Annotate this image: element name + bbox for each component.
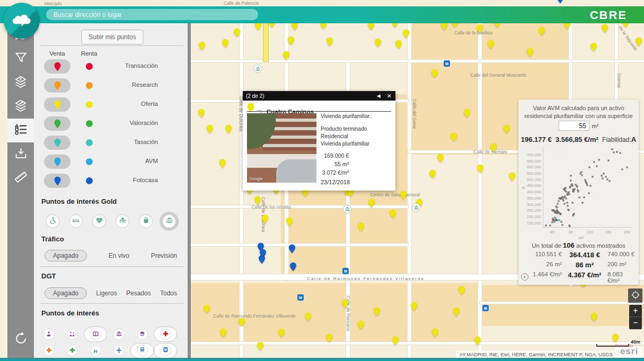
map-pin-oferta[interactable] <box>342 299 349 311</box>
gold-poi-accessibility[interactable] <box>46 214 59 228</box>
tool-measure[interactable] <box>7 166 34 190</box>
map-pin-oferta[interactable] <box>305 312 312 324</box>
popup-prev-icon[interactable]: ◀ <box>377 93 381 98</box>
map-pin-oferta[interactable] <box>375 38 382 50</box>
map-pin-oferta[interactable] <box>488 40 495 51</box>
dgt-option-ligeros[interactable]: Ligeros <box>96 290 117 297</box>
poi-museum[interactable] <box>113 329 125 340</box>
venta-toggle-transacción[interactable] <box>44 59 70 74</box>
poi-hospital[interactable]: H <box>90 345 101 356</box>
map-pin-oferta[interactable] <box>288 36 295 48</box>
popup-close-icon[interactable]: ✕ <box>387 93 392 100</box>
venta-toggle-oferta[interactable] <box>44 97 70 112</box>
map-pin-oferta[interactable] <box>234 28 241 40</box>
poi-train-selected[interactable] <box>130 343 154 358</box>
gold-bank-poi-icon[interactable] <box>343 205 351 213</box>
dgt-option-todos[interactable]: Todos <box>160 290 177 297</box>
map-pin-oferta[interactable] <box>327 37 333 49</box>
map-pin-oferta[interactable] <box>254 196 261 207</box>
map-pin-fotocasa[interactable] <box>259 255 266 266</box>
map-pin-oferta[interactable] <box>509 172 516 184</box>
map-pin-oferta[interactable] <box>527 48 534 59</box>
map-pin-oferta[interactable] <box>477 164 484 176</box>
gold-bank-poi-icon[interactable] <box>412 203 420 212</box>
venta-toggle-avm[interactable] <box>44 155 70 169</box>
surface-input[interactable] <box>559 121 589 131</box>
map-pin-oferta[interactable] <box>458 286 465 297</box>
refresh-button[interactable] <box>7 328 34 351</box>
metro-station-icon[interactable]: M <box>444 60 450 67</box>
map-pin-oferta[interactable] <box>453 307 460 319</box>
map-pin-oferta[interactable] <box>239 318 245 329</box>
map-pin-oferta[interactable] <box>437 154 444 165</box>
map-pin-oferta[interactable] <box>400 191 407 202</box>
map-pin-oferta[interactable] <box>207 124 214 136</box>
map-pin-oferta[interactable] <box>612 333 619 345</box>
map-pin-oferta[interactable] <box>504 124 510 136</box>
map-pin-oferta[interactable] <box>262 214 269 226</box>
tool-layers-valuation[interactable]: € <box>7 71 34 95</box>
renta-dot-fotocasa[interactable] <box>86 177 93 184</box>
poi-train[interactable] <box>137 345 148 356</box>
venta-toggle-tasación[interactable] <box>44 136 70 150</box>
zoom-out-button[interactable]: − <box>629 317 642 329</box>
map-pin-oferta[interactable] <box>358 222 365 234</box>
map-pin-oferta[interactable] <box>199 41 206 53</box>
gold-poi-office[interactable] <box>116 214 129 228</box>
info-icon[interactable] <box>521 273 528 281</box>
map-pin-oferta[interactable] <box>432 328 439 340</box>
map-pin-oferta[interactable] <box>539 26 545 38</box>
trafico-option-previsión[interactable]: Previsión <box>151 252 177 259</box>
poi-emergency-selected[interactable] <box>154 327 177 342</box>
map-pin-oferta[interactable] <box>390 209 396 221</box>
map-pin-oferta[interactable] <box>474 336 481 348</box>
map-pin-fotocasa[interactable] <box>290 262 297 274</box>
upload-points-button[interactable]: Subir mis puntos <box>81 30 143 44</box>
poi-library-selected[interactable] <box>84 327 107 342</box>
gold-bank-poi-icon[interactable] <box>253 65 262 73</box>
map-pin-oferta[interactable] <box>431 69 438 80</box>
metro-station-icon[interactable]: M <box>297 294 304 301</box>
poi-pharmacy[interactable] <box>67 345 78 356</box>
map-pin-oferta[interactable] <box>411 302 418 313</box>
dgt-option-apagado[interactable]: Apagado <box>45 287 87 299</box>
poi-airport[interactable] <box>113 345 125 356</box>
dgt-option-pesados[interactable]: Pesados <box>126 290 151 297</box>
poi-person[interactable] <box>43 329 55 340</box>
map-pin-oferta[interactable] <box>464 109 471 120</box>
map-pin-oferta[interactable] <box>477 24 483 35</box>
map-pin-oferta[interactable] <box>286 217 293 229</box>
map-pin-fotocasa[interactable] <box>557 0 564 6</box>
renta-dot-transacción[interactable] <box>86 63 93 70</box>
tool-filter[interactable] <box>7 47 34 71</box>
trafico-option-apagado[interactable]: Apagado <box>45 250 87 261</box>
map-pin-oferta[interactable] <box>219 159 226 170</box>
map-pin-oferta[interactable] <box>222 39 229 50</box>
poi-clinic[interactable] <box>43 345 55 356</box>
map-pin-oferta[interactable] <box>225 124 232 136</box>
map-pin-oferta[interactable] <box>374 307 381 319</box>
map-pin-oferta[interactable] <box>602 24 608 35</box>
gold-poi-bank[interactable] <box>162 214 176 228</box>
map-pin-oferta[interactable] <box>429 169 436 181</box>
search-input[interactable] <box>46 9 258 20</box>
venta-toggle-valoración[interactable] <box>44 116 70 131</box>
map-pin-oferta[interactable] <box>257 341 264 353</box>
venta-toggle-research[interactable] <box>44 78 70 93</box>
poi-library[interactable] <box>90 329 101 340</box>
renta-dot-oferta[interactable] <box>86 101 93 108</box>
map-pin-oferta[interactable] <box>395 40 402 51</box>
map-pin-fotocasa[interactable] <box>289 244 296 256</box>
gold-poi-hotel[interactable] <box>69 214 83 228</box>
metro-station-icon[interactable]: M <box>482 305 489 311</box>
venta-toggle-fotocasa[interactable] <box>44 174 70 188</box>
map-pin-oferta[interactable] <box>490 143 497 155</box>
tool-download[interactable] <box>7 142 34 166</box>
map-pin-oferta[interactable] <box>403 29 410 41</box>
panel-scrollbar[interactable] <box>188 23 191 358</box>
map-pin-oferta[interactable] <box>278 328 285 340</box>
poi-metro[interactable]: M <box>160 345 171 356</box>
map-pin-oferta[interactable] <box>220 328 227 340</box>
metro-station-icon[interactable]: M <box>342 268 349 274</box>
map-pin-oferta[interactable] <box>636 37 642 49</box>
